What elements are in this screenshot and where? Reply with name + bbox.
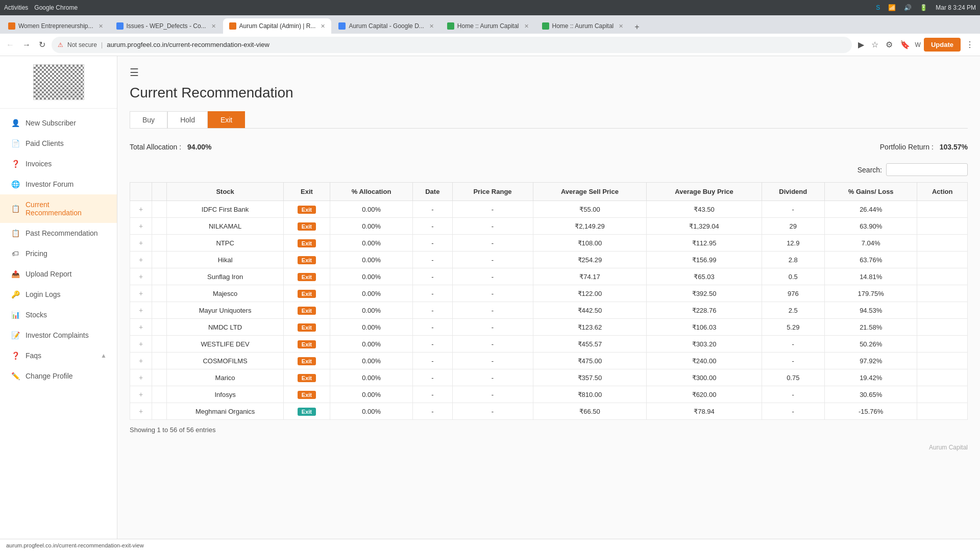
row-allocation-0: 0.00% bbox=[330, 201, 413, 218]
reload-button[interactable]: ↻ bbox=[37, 38, 47, 52]
sidebar-item-label-past-recommendation: Past Recommendation bbox=[26, 229, 107, 237]
row-price-range-11: - bbox=[452, 386, 533, 403]
sidebar-item-label-change-profile: Change Profile bbox=[26, 372, 107, 380]
col-dividend: Dividend bbox=[762, 183, 824, 201]
tab6-label: Home :: Aurum Capital bbox=[552, 22, 614, 30]
browser-tab-3[interactable]: Aurum Capital (Admin) | R... ✕ bbox=[223, 18, 332, 34]
row-allocation-6: 0.00% bbox=[330, 302, 413, 319]
tab-hold[interactable]: Hold bbox=[167, 111, 208, 128]
tab2-favicon bbox=[116, 22, 124, 30]
row-action-11 bbox=[917, 386, 968, 403]
row-date-9: - bbox=[413, 353, 452, 369]
address-bar[interactable]: ⚠ Not secure | aurum.progfeel.co.in/curr… bbox=[52, 37, 852, 53]
row-allocation-7: 0.00% bbox=[330, 319, 413, 336]
row-stock-1: NILKAMAL bbox=[167, 218, 284, 235]
row-avg-buy-4: ₹65.03 bbox=[647, 268, 762, 285]
sidebar-item-label-invoices: Invoices bbox=[26, 160, 107, 168]
row-avg-buy-10: ₹300.00 bbox=[647, 369, 762, 386]
settings-icon[interactable]: ⚙ bbox=[884, 38, 895, 52]
search-input[interactable] bbox=[886, 163, 968, 176]
more-menu-icon[interactable]: ⋮ bbox=[964, 38, 976, 52]
table-row: + Hikal Exit 0.00% - - ₹254.29 ₹156.99 2… bbox=[130, 252, 968, 268]
paid-clients-icon: 📄 bbox=[10, 139, 20, 147]
back-button[interactable]: ← bbox=[4, 38, 16, 52]
row-expand-9[interactable]: + bbox=[130, 353, 152, 369]
security-icon: ⚠ bbox=[58, 41, 63, 48]
row-gains-loss-7: 21.58% bbox=[824, 319, 917, 336]
sidebar-item-paid-clients[interactable]: 📄 Paid Clients bbox=[0, 133, 117, 154]
profile-icon[interactable]: 🔖 bbox=[898, 38, 912, 52]
row-expand-12[interactable]: + bbox=[130, 403, 152, 420]
row-allocation-1: 0.00% bbox=[330, 218, 413, 235]
tab4-label: Aurum Capital - Google D... bbox=[349, 22, 424, 30]
data-table: Stock Exit % Allocation Date Price Range… bbox=[130, 182, 968, 420]
row-action-8 bbox=[917, 336, 968, 353]
row-dividend-12: - bbox=[762, 403, 824, 420]
tab1-close[interactable]: ✕ bbox=[99, 23, 103, 30]
row-gains-loss-9: 97.92% bbox=[824, 353, 917, 369]
wifi-icon: 📶 bbox=[888, 4, 896, 11]
row-expand-8[interactable]: + bbox=[130, 336, 152, 353]
activities-label[interactable]: Activities bbox=[4, 4, 28, 11]
sidebar-item-stocks[interactable]: 📊 Stocks bbox=[0, 305, 117, 325]
tab2-label: Issues - WEP_Defects - Co... bbox=[127, 22, 206, 30]
sidebar-item-faqs[interactable]: ❓ Faqs ▲ bbox=[0, 345, 117, 366]
bookmark-icon[interactable]: ☆ bbox=[869, 38, 880, 52]
row-expand-11[interactable]: + bbox=[130, 386, 152, 403]
browser-tab-4[interactable]: Aurum Capital - Google D... ✕ bbox=[332, 18, 439, 34]
update-button[interactable]: Update bbox=[924, 38, 961, 52]
row-expand-6[interactable]: + bbox=[130, 302, 152, 319]
row-expand-10[interactable]: + bbox=[130, 369, 152, 386]
row-gains-loss-1: 63.90% bbox=[824, 218, 917, 235]
tab-buy[interactable]: Buy bbox=[130, 111, 167, 128]
sidebar-item-past-recommendation[interactable]: 📋 Past Recommendation bbox=[0, 223, 117, 243]
sidebar-item-current-recommendation[interactable]: 📋 Current Recommendation bbox=[0, 194, 117, 223]
sidebar-item-login-logs[interactable]: 🔑 Login Logs bbox=[0, 284, 117, 305]
sidebar-item-new-subscriber[interactable]: 👤 New Subscriber bbox=[0, 113, 117, 133]
row-avg-sell-8: ₹455.57 bbox=[533, 336, 647, 353]
row-expand-5[interactable]: + bbox=[130, 285, 152, 302]
row-action-3 bbox=[917, 252, 968, 268]
sidebar-item-invoices[interactable]: ❓ Invoices bbox=[0, 154, 117, 174]
menu-toggle-button[interactable]: ☰ bbox=[130, 66, 968, 79]
tab4-favicon bbox=[338, 22, 346, 30]
tab-exit[interactable]: Exit bbox=[208, 111, 245, 128]
tab2-close[interactable]: ✕ bbox=[211, 23, 216, 30]
table-header-row: Stock Exit % Allocation Date Price Range… bbox=[130, 183, 968, 201]
row-expand-2[interactable]: + bbox=[130, 235, 152, 252]
row-stock-3: Hikal bbox=[167, 252, 284, 268]
browser-tab-5[interactable]: Home :: Aurum Capital ✕ bbox=[441, 18, 535, 34]
row-exit-12: Exit bbox=[283, 403, 330, 420]
tab3-close[interactable]: ✕ bbox=[321, 23, 325, 30]
sidebar-item-investor-forum[interactable]: 🌐 Investor Forum bbox=[0, 174, 117, 194]
sidebar-item-pricing[interactable]: 🏷 Pricing bbox=[0, 243, 117, 264]
tab6-close[interactable]: ✕ bbox=[619, 23, 623, 30]
sidebar-item-investor-complaints[interactable]: 📝 Investor Complaints bbox=[0, 325, 117, 345]
row-action-1 bbox=[917, 218, 968, 235]
sidebar-item-change-profile[interactable]: ✏️ Change Profile bbox=[0, 366, 117, 386]
sidebar-item-upload-report[interactable]: 📤 Upload Report bbox=[0, 264, 117, 284]
new-tab-button[interactable]: + bbox=[630, 20, 643, 34]
browser-tab-1[interactable]: Women Entrepreneurship... ✕ bbox=[2, 18, 109, 34]
row-expand-7[interactable]: + bbox=[130, 319, 152, 336]
row-exit-10: Exit bbox=[283, 369, 330, 386]
browser-tab-bar: Women Entrepreneurship... ✕ Issues - WEP… bbox=[0, 15, 980, 34]
tab4-close[interactable]: ✕ bbox=[429, 23, 434, 30]
row-dividend-10: 0.75 bbox=[762, 369, 824, 386]
row-expand-0[interactable]: + bbox=[130, 201, 152, 218]
row-expand-3[interactable]: + bbox=[130, 252, 152, 268]
row-date-2: - bbox=[413, 235, 452, 252]
forward-button[interactable]: → bbox=[20, 38, 33, 52]
row-expand-4[interactable]: + bbox=[130, 268, 152, 285]
browser-tab-6[interactable]: Home :: Aurum Capital ✕ bbox=[536, 18, 630, 34]
tab5-close[interactable]: ✕ bbox=[524, 23, 529, 30]
change-profile-icon: ✏️ bbox=[10, 372, 20, 380]
col-stock: Stock bbox=[167, 183, 284, 201]
row-avg-sell-11: ₹810.00 bbox=[533, 386, 647, 403]
row-avg-sell-7: ₹123.62 bbox=[533, 319, 647, 336]
browser-tab-2[interactable]: Issues - WEP_Defects - Co... ✕ bbox=[110, 18, 222, 34]
sidebar-item-label-new-subscriber: New Subscriber bbox=[26, 119, 107, 127]
row-expand-1[interactable]: + bbox=[130, 218, 152, 235]
row-gains-loss-5: 179.75% bbox=[824, 285, 917, 302]
extension-icon[interactable]: ▶ bbox=[856, 38, 866, 52]
